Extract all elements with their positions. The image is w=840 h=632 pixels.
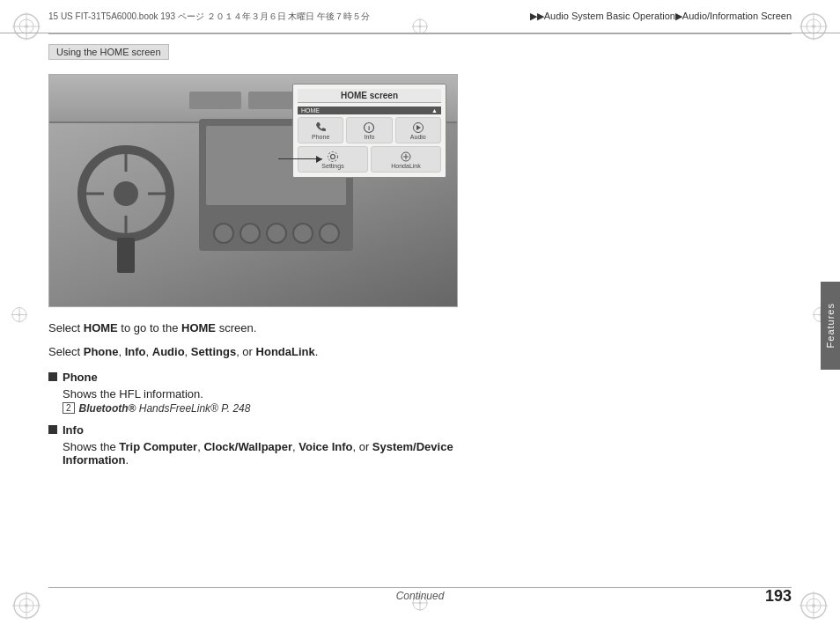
- corner-mark-bl: [11, 590, 42, 621]
- svg-point-14: [25, 604, 28, 607]
- phone-reference: 2 Bluetooth® HandsFreeLink® P. 248: [63, 402, 792, 415]
- breadcrumb-top: ▶▶Audio System Basic Operation▶Audio/Inf…: [530, 11, 792, 22]
- callout-arrow-line: [278, 158, 322, 159]
- home-icon-audio: Audio: [395, 117, 441, 143]
- top-bar: 15 US FIT-31T5A6000.book 193 ページ ２０１４年３月…: [0, 0, 840, 33]
- home-icon-settings: Settings: [298, 146, 368, 173]
- features-sidebar-tab: Features: [821, 282, 840, 370]
- steering-wheel: [77, 145, 174, 242]
- info-heading-label: Info: [63, 423, 84, 437]
- svg-point-19: [812, 604, 815, 607]
- phone-bold: Phone: [84, 345, 119, 358]
- phone-section: Phone Shows the HFL information. 2 Bluet…: [48, 371, 792, 415]
- phone-heading: Phone: [48, 371, 792, 384]
- home-icon-hondalink: HondaLink: [371, 146, 441, 173]
- mid-cross-left: [11, 306, 28, 327]
- hondalink-bold: HondaLink: [256, 345, 315, 358]
- info-bold: Info: [125, 345, 146, 358]
- features-tab-label: Features: [825, 303, 836, 348]
- home-icon-phone: Phone: [298, 117, 343, 143]
- bottom-divider: [48, 587, 792, 588]
- svg-point-40: [328, 152, 338, 162]
- home-icon-info: i Info: [346, 117, 392, 143]
- select-pre: Select: [48, 345, 84, 358]
- section-title: Using the HOME screen: [48, 44, 169, 60]
- phone-desc: Shows the HFL information.: [63, 387, 792, 401]
- svg-point-39: [331, 155, 335, 159]
- screen-text: screen.: [216, 321, 256, 334]
- select-home-pre: Select: [48, 321, 84, 334]
- info-heading: Info: [48, 423, 792, 437]
- bluetooth-bold: Bluetooth®: [79, 402, 136, 415]
- home-screen-label: HOME screen: [298, 89, 441, 103]
- go-to-text: to go to the: [118, 321, 181, 334]
- bluetooth-ref: Bluetooth® HandsFreeLink® P. 248: [79, 402, 251, 415]
- info-desc: Shows the Trip Computer, Clock/Wallpaper…: [63, 440, 792, 467]
- continued-label: Continued: [396, 590, 445, 602]
- dashboard-bg: HOME screen HOME ▲ Phone: [49, 75, 457, 306]
- page-number: 193: [765, 587, 792, 606]
- main-content: Using the HOME screen: [48, 44, 792, 584]
- ref-icon: 2: [63, 402, 75, 414]
- phone-heading-label: Phone: [63, 371, 98, 384]
- car-image: HOME screen HOME ▲ Phone: [48, 74, 458, 307]
- svg-text:i: i: [368, 124, 370, 132]
- svg-point-23: [18, 313, 21, 316]
- info-heading-square: [48, 425, 57, 434]
- info-section: Info Shows the Trip Computer, Clock/Wall…: [48, 423, 792, 467]
- corner-mark-br: [798, 590, 829, 621]
- top-divider: [48, 33, 792, 34]
- settings-bold: Settings: [191, 345, 236, 358]
- home-bold-1: HOME: [84, 321, 118, 334]
- home-screen-callout: HOME screen HOME ▲ Phone: [292, 84, 446, 178]
- home-bold-2: HOME: [181, 321, 216, 334]
- file-info: 15 US FIT-31T5A6000.book 193 ページ ２０１４年３月…: [48, 11, 370, 23]
- phone-heading-square: [48, 372, 57, 381]
- audio-bold: Audio: [152, 345, 185, 358]
- body-text: Select HOME to go to the HOME screen. Se…: [48, 320, 792, 362]
